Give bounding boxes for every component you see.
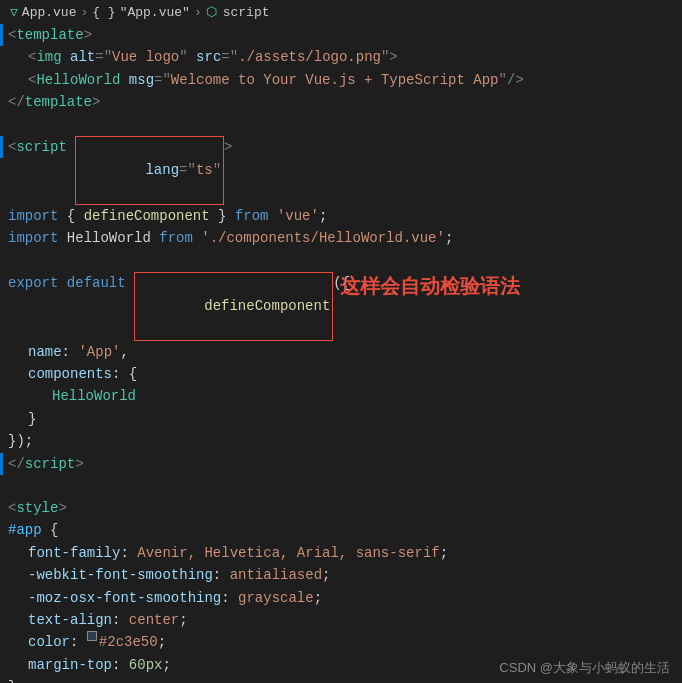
line-script-open: <script lang="ts" > [0,136,682,205]
line-script-close: </script> [0,453,682,475]
line-template-open: <template> [0,24,682,46]
line-img: <img alt="Vue logo" src="./assets/logo.p… [0,46,682,68]
footer-text: CSDN @大象与小蚂蚁的生活 [499,660,670,675]
breadcrumb-script-icon: ⬡ [206,4,217,20]
blank-line-1 [0,114,682,136]
line-moz-smoothing: -moz-osx-font-smoothing : grayscale ; [0,587,682,609]
breadcrumb-file: App.vue [22,5,77,20]
line-indicator [0,24,3,46]
line-text-align: text-align : center ; [0,609,682,631]
breadcrumb-script: script [223,5,270,20]
breadcrumb-obj: { } [92,5,115,20]
line-font-family: font-family : Avenir, Helvetica, Arial, … [0,542,682,564]
footer: CSDN @大象与小蚂蚁的生活 [499,659,670,677]
line-template-close: </template> [0,91,682,113]
color-swatch [87,631,97,641]
line-export-default: export default defineComponent ({ 这样会自动检… [0,272,682,341]
line-style-brace-close: } [0,676,682,683]
line-close-brace: } [0,408,682,430]
line-name: name : 'App' , [0,341,682,363]
line-components: components : { [0,363,682,385]
line-import-vue: import { defineComponent } from 'vue' ; [0,205,682,227]
blank-line-2 [0,250,682,272]
line-app-selector: #app { [0,519,682,541]
line-helloworld-component: HelloWorld [0,385,682,407]
line-color: color : #2c3e50 ; [0,631,682,653]
breadcrumb: ▽ App.vue › { } "App.vue" › ⬡ script [0,0,682,24]
line-close-paren: }); [0,430,682,452]
breadcrumb-vue-icon: ▽ [10,4,18,20]
code-area: <template> <img alt="Vue logo" src="./as… [0,24,682,683]
line-indicator-2 [0,136,3,158]
editor-container: ▽ App.vue › { } "App.vue" › ⬡ script <te… [0,0,682,683]
breadcrumb-quote: "App.vue" [120,5,190,20]
line-import-helloworld: import HelloWorld from './components/Hel… [0,227,682,249]
highlight-lang: lang="ts" [75,136,224,205]
line-indicator-3 [0,453,3,475]
line-helloworld: <HelloWorld msg="Welcome to Your Vue.js … [0,69,682,91]
line-style-open: <style> [0,497,682,519]
annotation-text: 这样会自动检验语法 [340,270,520,302]
highlight-definecomponent: defineComponent [134,272,333,341]
line-webkit-smoothing: -webkit-font-smoothing : antialiased ; [0,564,682,586]
blank-line-3 [0,475,682,497]
